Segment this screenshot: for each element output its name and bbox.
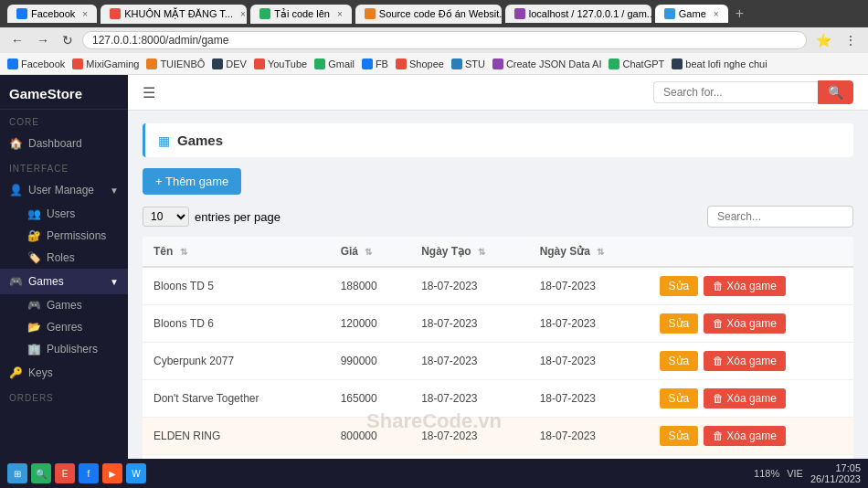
- search-box: 🔍: [653, 80, 853, 104]
- address-bar[interactable]: [82, 31, 807, 49]
- topbar-search-input[interactable]: [653, 81, 818, 103]
- tab-khuon[interactable]: KHUÔN MẶT ĐĂNG T... ×: [101, 5, 247, 24]
- taskbar-right: 118% VIE 17:05 26/11/2023: [754, 462, 861, 484]
- sidebar-item-roles[interactable]: 🏷️ Roles: [18, 247, 128, 269]
- taskbar-date-value: 26/11/2023: [810, 473, 861, 484]
- taskbar-app3[interactable]: ▶: [102, 463, 122, 483]
- sidebar-label-games: Games: [47, 299, 82, 312]
- tab-label-facebook: Facebook: [31, 8, 75, 19]
- bookmark-beat[interactable]: beat lofi nghe chui: [672, 58, 767, 69]
- edit-button-1[interactable]: Sửa: [660, 313, 699, 334]
- usermanage-icon: 👤: [9, 184, 23, 196]
- col-header-updated[interactable]: Ngày Sửa ⇅: [529, 237, 649, 267]
- page-header: ▦ Games: [143, 123, 853, 157]
- cell-name-2: Cyberpunk 2077: [143, 343, 330, 380]
- tab-favicon-game: [664, 8, 675, 19]
- tab-close-taicode[interactable]: ×: [337, 9, 343, 19]
- main-content: ☰ 🔍 ▦ Games + Thêm game 10 25: [128, 75, 868, 459]
- edit-button-0[interactable]: Sửa: [660, 276, 699, 296]
- hamburger-icon[interactable]: ☰: [143, 84, 155, 101]
- forward-btn[interactable]: →: [33, 31, 53, 49]
- cell-updated-2: 18-07-2023: [529, 343, 649, 380]
- topbar-left: ☰: [143, 84, 155, 101]
- tab-favicon-localhost: [514, 8, 525, 19]
- cell-created-1: 18-07-2023: [410, 305, 528, 343]
- cell-price-4: 800000: [330, 418, 411, 455]
- settings-btn[interactable]: ⋮: [841, 31, 861, 49]
- bookmark-facebook[interactable]: Facebook: [7, 58, 65, 69]
- tab-close-khuon[interactable]: ×: [240, 9, 246, 19]
- taskbar-app4[interactable]: W: [126, 463, 146, 483]
- sidebar-item-users[interactable]: 👥 Users: [18, 203, 128, 225]
- sidebar-item-publishers[interactable]: 🏢 Publishers: [18, 338, 128, 360]
- bookmark-gmail[interactable]: Gmail: [314, 58, 355, 69]
- extensions-btn[interactable]: ⭐: [812, 31, 835, 49]
- bookmark-shopee[interactable]: Shopee: [396, 58, 444, 69]
- tab-favicon-taicode: [259, 8, 270, 19]
- table-search-input[interactable]: [707, 206, 853, 228]
- tab-close-game[interactable]: ×: [714, 9, 719, 19]
- taskbar-app2[interactable]: f: [79, 463, 99, 483]
- cell-updated-3: 18-07-2023: [529, 380, 649, 418]
- col-header-actions: [649, 237, 853, 267]
- bookmark-fb[interactable]: FB: [362, 58, 388, 69]
- delete-button-3[interactable]: 🗑 Xóa game: [704, 388, 786, 408]
- sort-created-icon: ⇅: [478, 247, 485, 257]
- tab-close-facebook[interactable]: ×: [82, 9, 88, 19]
- start-icon[interactable]: ⊞: [7, 463, 27, 483]
- col-header-name[interactable]: Tên ⇅: [143, 237, 330, 267]
- bookmark-createjson[interactable]: Create JSON Data AI: [492, 58, 602, 69]
- tab-source[interactable]: Source code Đồ án Websit... ×: [355, 5, 502, 24]
- page-title: Games: [177, 133, 223, 148]
- delete-button-1[interactable]: 🗑 Xóa game: [704, 313, 786, 334]
- sidebar-item-keys[interactable]: 🔑 Keys: [0, 360, 128, 386]
- sidebar-item-dashboard[interactable]: 🏠 Dashboard: [0, 131, 128, 156]
- tab-favicon-source: [365, 8, 376, 19]
- entries-per-page-select[interactable]: 10 25 50 100: [143, 207, 189, 227]
- add-game-button[interactable]: + Thêm game: [143, 168, 241, 195]
- topbar-search-button[interactable]: 🔍: [818, 80, 853, 104]
- edit-button-4[interactable]: Sửa: [660, 426, 699, 446]
- cell-created-2: 18-07-2023: [410, 343, 528, 380]
- back-btn[interactable]: ←: [7, 31, 27, 49]
- sidebar-item-permissions[interactable]: 🔐 Permissions: [18, 225, 128, 247]
- bookmark-mixi[interactable]: MixiGaming: [72, 58, 139, 69]
- browser-controls: ← → ↻ ⭐ ⋮: [0, 27, 868, 53]
- cell-name-0: Bloons TD 5: [143, 267, 330, 305]
- tab-facebook[interactable]: Facebook ×: [7, 5, 97, 23]
- col-header-price[interactable]: Giá ⇅: [330, 237, 411, 267]
- reload-btn[interactable]: ↻: [58, 31, 77, 49]
- col-header-created[interactable]: Ngày Tạo ⇅: [410, 237, 528, 267]
- delete-button-4[interactable]: 🗑 Xóa game: [704, 426, 786, 446]
- bookmark-dev[interactable]: DEV: [212, 58, 247, 69]
- sidebar-section-orders: ORDERS: [0, 386, 128, 407]
- trash-icon: 🗑: [713, 392, 724, 405]
- taskbar-app1[interactable]: E: [55, 463, 75, 483]
- tab-game[interactable]: Game ×: [655, 5, 728, 23]
- delete-button-0[interactable]: 🗑 Xóa game: [704, 276, 786, 296]
- bookmarks-bar: Facebook MixiGaming TUIENBÔ DEV YouTube …: [0, 53, 868, 75]
- tab-taicode[interactable]: Tải code lên ×: [250, 5, 352, 24]
- search-taskbar-icon[interactable]: 🔍: [31, 463, 51, 483]
- table-row: Bloons TD 6 120000 18-07-2023 18-07-2023…: [143, 305, 853, 343]
- bookmark-tuienbo[interactable]: TUIENBÔ: [146, 58, 205, 69]
- cell-price-1: 120000: [330, 305, 411, 343]
- tab-label-localhost: localhost / 127.0.0.1 / gam...: [529, 8, 651, 19]
- bookmark-youtube[interactable]: YouTube: [254, 58, 307, 69]
- tab-label-source: Source code Đồ án Websit...: [379, 8, 502, 20]
- sidebar-item-games[interactable]: 🎮 Games: [18, 294, 128, 316]
- sidebar-item-usermanage[interactable]: 👤 User Manage ▼: [0, 177, 128, 203]
- delete-button-2[interactable]: 🗑 Xóa game: [704, 351, 786, 371]
- new-tab-btn[interactable]: +: [736, 5, 744, 22]
- edit-button-2[interactable]: Sửa: [660, 351, 699, 371]
- sidebar-item-genres[interactable]: 📂 Genres: [18, 316, 128, 338]
- cell-price-3: 165000: [330, 380, 411, 418]
- bookmark-stu[interactable]: STU: [451, 58, 485, 69]
- edit-button-3[interactable]: Sửa: [660, 388, 699, 408]
- sidebar-label-permissions: Permissions: [47, 229, 106, 242]
- sidebar-item-games-group[interactable]: 🎮 Games ▼: [0, 269, 128, 294]
- cell-updated-1: 18-07-2023: [529, 305, 649, 343]
- bookmark-chatgpt[interactable]: ChatGPT: [609, 58, 664, 69]
- taskbar-battery: 118%: [754, 468, 779, 479]
- tab-localhost[interactable]: localhost / 127.0.0.1 / gam... ×: [505, 5, 651, 23]
